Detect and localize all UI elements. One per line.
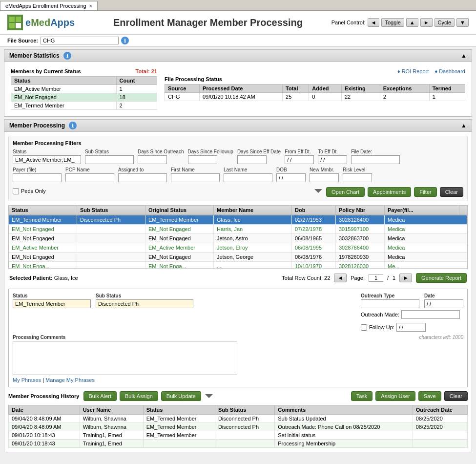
filter-status-input[interactable] [13,155,81,164]
outreach-type-label: Outreach Type [361,293,419,298]
file-processing-status: ROI Report Dashboard File Processing Sta… [165,68,465,110]
member-statistics-collapse-btn[interactable]: ▲ [461,52,467,59]
table-row[interactable]: EM_Termed Member 2 [11,102,157,110]
member-statistics-title: Member Statistics [9,52,60,59]
bulk-alert-btn[interactable]: Bulk Alert [83,391,117,401]
filter-days-eff-input[interactable] [237,155,267,164]
appointments-btn[interactable]: Appointments [368,187,411,197]
form-substatus-input[interactable] [96,299,193,308]
roi-report-link[interactable]: ROI Report [397,68,429,74]
hist-comments-cell: Outreach Made: Phone Call on 08/25/2020 [275,423,413,431]
filter-title: Member Processing Filters [13,140,463,146]
grid-row[interactable]: EM_Not Engaged EM_Not Engaged Harris, Ja… [9,225,467,234]
table-row[interactable]: 09/01/20 10:18:43 Training1, Emed Proces… [9,440,468,448]
form-status-input[interactable] [13,299,91,308]
follow-up-checkbox[interactable] [361,324,367,331]
table-row[interactable]: 09/04/20 8:48:09 AM Wilburn, Shawnna EM_… [9,423,468,431]
panel-down-btn[interactable]: ▼ [456,18,469,27]
prev-page-btn[interactable]: ◄ [334,274,347,282]
assign-user-btn[interactable]: Assign User [375,391,415,401]
table-row[interactable]: EM_Active Member 1 [11,85,157,93]
filter-firstname-input[interactable] [171,173,220,182]
panel-toggle-btn[interactable]: Toggle [381,18,404,27]
table-row[interactable]: 09/04/20 8:48:09 AM Wilburn, Shawnna EM_… [9,415,468,423]
filter-days-followup-input[interactable] [188,155,217,164]
member-processing-info-icon[interactable]: ℹ [69,122,77,129]
table-row[interactable]: EM_Not Engaged 18 [11,93,157,102]
table-row[interactable]: CHG 09/01/20 10:18:42 AM 25 0 22 2 1 [165,93,465,101]
file-processing-table: Source Processed Date Total Added Existi… [165,84,465,101]
filter-substatus-input[interactable] [85,155,134,164]
table-row[interactable]: 09/01/20 10:18:43 Training1, Emed EM_Ter… [9,431,468,440]
filter-new-mmbr-input[interactable] [310,173,339,182]
filter-risk-input[interactable] [343,173,372,182]
payer-cell: Medica [385,225,467,233]
tab-close-icon[interactable]: × [89,3,92,9]
next-page-btn[interactable]: ► [399,274,412,282]
bulk-update-btn[interactable]: Bulk Update [161,391,201,401]
member-statistics-info-icon[interactable]: ℹ [63,52,71,60]
filter-days-outreach-input[interactable] [138,155,167,164]
follow-up-input[interactable] [396,323,426,332]
grid-row[interactable]: EM_Not Engaged EM_Not Engaged Jetson, As… [9,234,467,243]
filter-to-eff-field: To Eff Dt. [318,149,347,164]
outreach-type-input[interactable] [361,299,419,308]
grid-row[interactable]: EM_Active Member EM_Active Member Jetson… [9,243,467,253]
file-source-input[interactable] [41,37,119,44]
filter-substatus-label: Sub Status [85,149,134,154]
main-tab[interactable]: eMedApps Enrollment Processing × [0,1,98,10]
substatus-cell [77,225,145,233]
filter-from-eff-input[interactable] [285,155,314,164]
date-input[interactable] [424,299,463,308]
file-source-info-icon[interactable]: ℹ [121,37,129,44]
outreach-made-input[interactable] [401,310,460,319]
filter-to-eff-input[interactable] [318,155,347,164]
filter-dob-input[interactable] [276,173,306,182]
page-input[interactable] [369,274,383,282]
members-by-status: Members by Current Status Total: 21 Stat… [11,68,157,110]
task-btn[interactable]: Task [351,391,373,401]
fp-source-cell: CHG [165,93,200,101]
filter-assigned-field: Assigned to [118,167,167,182]
filter-file-date-input[interactable] [351,155,400,164]
grid-row[interactable]: EM_Not Enga... EM_Not Enga... ... 10/10/… [9,262,467,269]
history-table: Date User Name Status Sub Status Comment… [8,405,468,448]
filter-days-outreach-label: Days Since Outreach [138,149,184,154]
policy-cell: 3028766400 [336,243,385,252]
bulk-assign-btn[interactable]: Bulk Assign [120,391,158,401]
status-cell: EM_Not Engaged [9,253,77,261]
clear-filter-btn[interactable]: Clear [440,187,463,197]
selected-patient-display: Selected Patient: Glass, Ice [9,275,78,281]
my-phrases-link[interactable]: My Phrases [13,377,41,383]
policy-cell: 3028126400 [336,215,385,224]
member-processing-collapse-btn[interactable]: ▲ [461,122,467,129]
comments-textarea[interactable] [13,341,237,375]
history-action-buttons: Task Assign User Save Clear [351,391,468,401]
hist-substatus-cell [215,440,274,448]
scroll-arrow2-icon [205,394,213,398]
generate-report-btn[interactable]: Generate Report [416,273,467,283]
manage-my-phrases-link[interactable]: Manage My Phrases [45,377,95,383]
grid-row[interactable]: EM_Not Engaged EM_Not Engaged Jetson, Ge… [9,253,467,262]
date-label: Date [424,293,463,298]
save-btn[interactable]: Save [418,391,441,401]
filter-assigned-input[interactable] [118,173,167,182]
substatus-cell: Disconnected Ph [77,215,145,224]
panel-right-btn[interactable]: ► [420,18,433,27]
hist-date-header: Date [9,405,80,415]
dashboard-link[interactable]: Dashboard [435,68,466,74]
grid-row[interactable]: EM_Termed Member Disconnected Ph EM_Term… [9,215,467,225]
clear-btn[interactable]: Clear [444,391,468,401]
filter-file-date-field: File Date: [351,149,400,164]
policy-cell: 3015997100 [336,225,385,233]
panel-left-btn[interactable]: ◄ [368,18,380,27]
filter-pcp-input[interactable] [65,173,114,182]
panel-up-btn[interactable]: ▲ [406,18,418,27]
peds-only-checkbox[interactable] [13,188,19,194]
open-chart-btn[interactable]: Open Chart [326,187,365,197]
fp-date-cell: 09/01/20 10:18:42 AM [199,93,282,101]
filter-btn[interactable]: Filter [414,187,436,197]
panel-cycle-btn[interactable]: Cycle [435,18,455,27]
filter-lastname-input[interactable] [224,173,272,182]
filter-payer-input[interactable] [13,173,62,182]
